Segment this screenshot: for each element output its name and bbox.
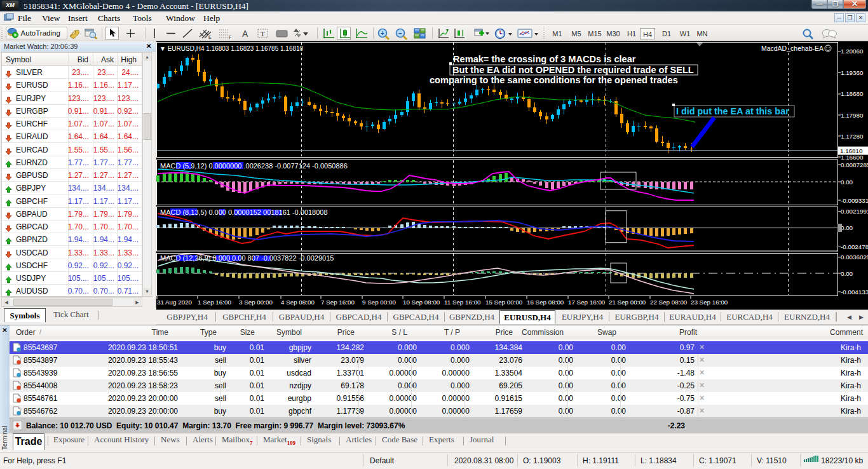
svg-text:22 Sep 08:00: 22 Sep 08:00 [650, 299, 688, 306]
svg-text:1.17280: 1.17280 [841, 133, 864, 140]
svg-text:4 Sep 08:00: 4 Sep 08:00 [281, 299, 315, 306]
svg-text:MACD (12,26,9) 0.000 0.00 80: MACD (12,26,9) 0.000 0.00 807 -0.0037822… [160, 254, 334, 262]
svg-text:0.00: 0.00 [841, 224, 853, 231]
svg-text:−: − [398, 30, 402, 37]
svg-text:1.19360: 1.19360 [841, 69, 864, 76]
svg-text:-0.0093315: -0.0093315 [841, 197, 868, 204]
svg-text:But the EA did not OPENED the: But the EA did not OPENED the required t… [452, 65, 694, 75]
svg-text:10 Sep 08:00: 10 Sep 08:00 [403, 299, 440, 306]
svg-text:31 Aug 2020: 31 Aug 2020 [157, 299, 193, 306]
svg-text:-0.0024785: -0.0024785 [841, 243, 868, 250]
svg-text:0.0036025: 0.0036025 [841, 254, 868, 261]
svg-text:9 Sep 00:00: 9 Sep 00:00 [362, 299, 396, 306]
svg-text:1.18680: 1.18680 [841, 90, 864, 97]
svg-text:0.00: 0.00 [841, 270, 853, 277]
svg-text:23 Sep 16:00: 23 Sep 16:00 [691, 299, 728, 306]
svg-text:16 Sep 08:00: 16 Sep 08:00 [527, 299, 564, 306]
svg-text:1 Sep 16:00: 1 Sep 16:00 [198, 299, 231, 306]
svg-text:I did put the EA at this bar: I did put the EA at this bar [676, 106, 789, 116]
svg-text:15 Sep 00:00: 15 Sep 00:00 [485, 299, 523, 306]
svg-text:21 Sep 00:00: 21 Sep 00:00 [609, 299, 646, 306]
svg-text:0.00: 0.00 [841, 179, 853, 186]
svg-text:Remak= the crossing of 3 MACDs: Remak= the crossing of 3 MACDs is clear [453, 54, 636, 64]
svg-text:Terminal: Terminal [1, 426, 8, 450]
svg-text:1.20060: 1.20060 [841, 48, 864, 55]
svg-text:MACD (8,13,5) 0.000 0.0000152: MACD (8,13,5) 0.000 0.0000152 0018161 -0… [160, 208, 328, 216]
svg-text:-0.0041335: -0.0041335 [841, 289, 868, 296]
svg-text:1.16810: 1.16810 [840, 147, 863, 154]
svg-text:17 Sep 16:00: 17 Sep 16:00 [568, 299, 606, 306]
svg-text:A: A [242, 29, 248, 39]
svg-text:F: F [229, 35, 231, 39]
svg-text:MACD (5,9,12) 0.0000000 .00262: MACD (5,9,12) 0.0000000 .0026238 -0.0077… [160, 162, 348, 170]
svg-text:E: E [208, 35, 212, 39]
svg-text:comparing to the same conditio: comparing to the same conditions for the… [430, 75, 678, 85]
svg-text:11 Sep 16:00: 11 Sep 16:00 [444, 299, 481, 306]
svg-text:▼ EURUSD,H4 1.16803 1.16823 1: ▼ EURUSD,H4 1.16803 1.16823 1.16785 1.16… [159, 45, 304, 52]
svg-text:1.17980: 1.17980 [841, 112, 864, 119]
svg-text:T: T [261, 30, 265, 37]
svg-text:7 Sep 16:00: 7 Sep 16:00 [321, 299, 355, 306]
svg-text:0.0021991: 0.0021991 [841, 208, 868, 215]
svg-text:3 Sep 00:00: 3 Sep 00:00 [239, 299, 273, 306]
svg-text:MacdAD_chehab-EA: MacdAD_chehab-EA [761, 44, 824, 52]
svg-text:+: + [381, 30, 384, 37]
svg-text:0.0087285: 0.0087285 [841, 161, 868, 168]
